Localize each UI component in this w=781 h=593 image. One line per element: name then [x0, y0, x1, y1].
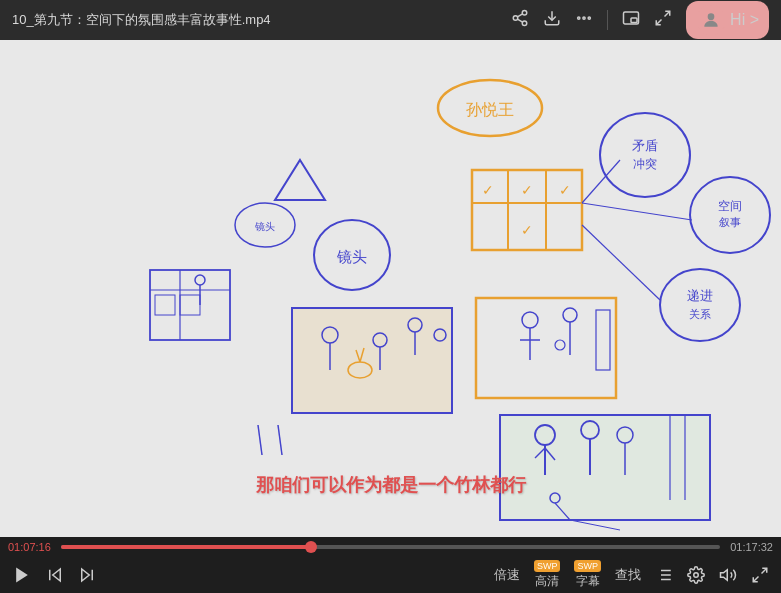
- find-button[interactable]: 查找: [615, 566, 641, 584]
- quality-button[interactable]: SWP 高清: [534, 560, 561, 591]
- svg-text:矛盾: 矛盾: [632, 138, 658, 153]
- svg-line-12: [656, 20, 661, 25]
- svg-rect-49: [292, 308, 452, 413]
- svg-point-0: [522, 11, 527, 16]
- svg-point-2: [522, 21, 527, 26]
- svg-text:空间: 空间: [718, 199, 742, 213]
- svg-line-4: [518, 14, 523, 17]
- svg-text:冲突: 冲突: [633, 157, 657, 171]
- progress-bar-area: 01:07:16 01:17:32: [0, 537, 781, 557]
- settings-icon[interactable]: [687, 566, 705, 584]
- quality-label: 高清: [535, 573, 559, 590]
- right-controls: 倍速 SWP 高清 SWP 字幕 查找: [494, 560, 769, 591]
- svg-line-3: [518, 19, 523, 22]
- svg-point-95: [694, 573, 699, 578]
- svg-rect-68: [500, 415, 710, 520]
- video-area: 孙悦王 镜头 镜头 ✓ ✓ ✓ ✓ 矛盾 冲突: [0, 40, 781, 537]
- volume-icon[interactable]: [719, 566, 737, 584]
- svg-point-1: [513, 16, 518, 21]
- svg-text:✓: ✓: [482, 182, 494, 198]
- share-icon[interactable]: [511, 9, 529, 31]
- time-elapsed: 01:07:16: [8, 541, 53, 553]
- speed-button[interactable]: 倍速: [494, 566, 520, 584]
- user-hi-button[interactable]: Hi >: [686, 1, 769, 39]
- left-controls: [12, 565, 96, 585]
- svg-text:关系: 关系: [689, 308, 711, 320]
- pip-icon[interactable]: [622, 9, 640, 31]
- next-button[interactable]: [78, 566, 96, 584]
- hi-label: Hi >: [730, 11, 759, 29]
- svg-text:✓: ✓: [559, 182, 571, 198]
- svg-line-98: [753, 576, 758, 581]
- svg-marker-87: [82, 569, 90, 581]
- svg-rect-10: [631, 18, 637, 23]
- crop-icon[interactable]: [654, 9, 672, 31]
- file-title: 10_第九节：空间下的氛围感丰富故事性.mp4: [12, 11, 271, 29]
- subtitle-label: 字幕: [576, 573, 600, 590]
- prev-button[interactable]: [46, 566, 64, 584]
- divider: [607, 10, 608, 30]
- svg-text:镜头: 镜头: [336, 249, 367, 265]
- svg-text:递进: 递进: [687, 288, 713, 303]
- svg-point-6: [578, 17, 580, 19]
- subtitle: 那咱们可以作为都是一个竹林都行: [256, 473, 526, 497]
- controls-bar: 01:07:16 01:17:32: [0, 537, 781, 593]
- title-icons: Hi >: [511, 1, 769, 39]
- title-section: 10_第九节：空间下的氛围感丰富故事性.mp4: [12, 11, 271, 29]
- svg-point-7: [583, 17, 585, 19]
- svg-text:✓: ✓: [521, 222, 533, 238]
- svg-text:✓: ✓: [521, 182, 533, 198]
- sketch-canvas: 孙悦王 镜头 镜头 ✓ ✓ ✓ ✓ 矛盾 冲突: [0, 40, 781, 537]
- buttons-row: 倍速 SWP 高清 SWP 字幕 查找: [0, 557, 781, 593]
- svg-point-8: [588, 17, 590, 19]
- fullscreen-icon[interactable]: [751, 566, 769, 584]
- download-icon[interactable]: [543, 9, 561, 31]
- subtitle-button[interactable]: SWP 字幕: [574, 560, 601, 591]
- svg-point-13: [708, 13, 715, 20]
- titlebar: 10_第九节：空间下的氛围感丰富故事性.mp4: [0, 0, 781, 40]
- subtitle-badge: SWP: [574, 560, 601, 573]
- play-button[interactable]: [12, 565, 32, 585]
- avatar: [696, 5, 726, 35]
- svg-marker-84: [16, 568, 28, 583]
- svg-line-97: [762, 568, 767, 573]
- svg-text:镜头: 镜头: [254, 221, 275, 232]
- svg-text:叙事: 叙事: [719, 216, 741, 228]
- time-total: 01:17:32: [728, 541, 773, 553]
- progress-thumb: [305, 541, 317, 553]
- svg-marker-96: [721, 570, 728, 581]
- progress-fill: [61, 545, 311, 549]
- svg-marker-85: [53, 569, 61, 581]
- svg-text:孙悦王: 孙悦王: [466, 101, 514, 118]
- playlist-icon[interactable]: [655, 566, 673, 584]
- quality-badge: SWP: [534, 560, 561, 573]
- svg-line-11: [665, 11, 670, 16]
- more-icon[interactable]: [575, 9, 593, 31]
- progress-track[interactable]: [61, 545, 720, 549]
